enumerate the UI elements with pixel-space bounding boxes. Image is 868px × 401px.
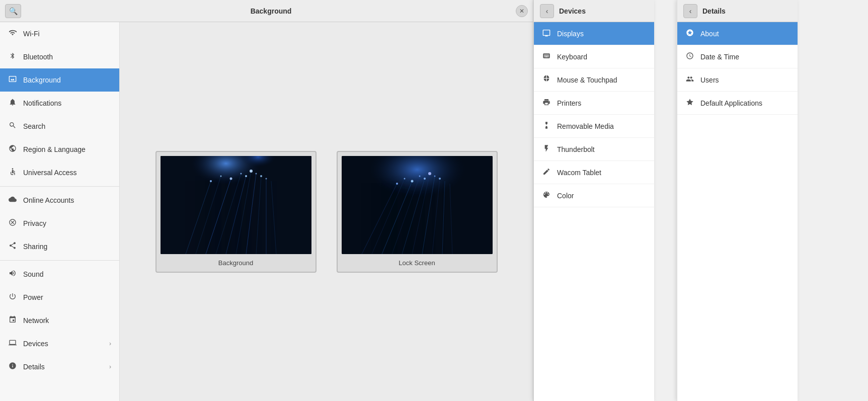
svg-point-16 <box>210 180 212 182</box>
sidebar-separator-2 <box>0 260 119 261</box>
removable-icon <box>542 121 551 131</box>
devices-back-button[interactable]: ‹ <box>540 4 554 18</box>
sidebar-label-search: Search <box>23 122 45 130</box>
svg-point-43 <box>434 175 435 177</box>
color-icon <box>542 191 551 201</box>
bg-image <box>161 156 311 254</box>
svg-marker-45 <box>686 99 693 105</box>
devices-panel-item-removable[interactable]: Removable Media <box>534 115 654 138</box>
devices-panel-item-color[interactable]: Color <box>534 184 654 207</box>
sidebar-item-power[interactable]: Power <box>0 286 119 309</box>
sidebar-label-sharing: Sharing <box>23 243 47 251</box>
sidebar-item-network[interactable]: Network <box>0 309 119 332</box>
details-panel-item-datetime[interactable]: Date & Time <box>677 45 798 68</box>
sidebar-item-privacy[interactable]: Privacy <box>0 212 119 235</box>
mouse-label: Mouse & Touchpad <box>557 76 617 84</box>
svg-point-40 <box>419 175 420 177</box>
sidebar-item-sound[interactable]: Sound <box>0 263 119 286</box>
devices-icon <box>8 339 17 349</box>
background-icon <box>8 75 17 85</box>
sidebar-item-region[interactable]: Region & Language <box>0 138 119 161</box>
sidebar-item-sharing[interactable]: Sharing <box>0 235 119 258</box>
sidebar-item-online[interactable]: Online Accounts <box>0 189 119 212</box>
sidebar-item-universal[interactable]: Universal Access <box>0 161 119 184</box>
devices-panel-item-thunderbolt[interactable]: Thunderbolt <box>534 138 654 161</box>
details-panel-item-about[interactable]: About <box>677 22 798 45</box>
sidebar-item-search[interactable]: Search <box>0 115 119 138</box>
svg-point-17 <box>220 175 221 177</box>
online-icon <box>8 195 17 205</box>
background-card-label: Background <box>218 258 253 268</box>
window-body: Wi-Fi Bluetooth Background Notifications <box>0 22 533 401</box>
printers-label: Printers <box>557 99 581 107</box>
sidebar-item-devices[interactable]: Devices › <box>0 332 119 355</box>
about-icon <box>685 29 694 39</box>
sound-icon <box>8 269 17 279</box>
sidebar-label-network: Network <box>23 316 49 325</box>
keyboard-label: Keyboard <box>557 53 587 61</box>
devices-panel-item-displays[interactable]: Displays <box>534 22 654 45</box>
details-panel-item-users[interactable]: Users <box>677 68 798 92</box>
datetime-icon <box>685 52 694 62</box>
lock-screen-thumbnail <box>342 156 493 254</box>
devices-arrow-icon: › <box>109 340 111 347</box>
details-panel: ‹ Details About Date & Time Users D <box>677 0 798 401</box>
svg-point-2 <box>12 168 14 170</box>
notifications-icon <box>8 98 17 108</box>
thunderbolt-icon <box>542 144 551 154</box>
devices-panel: ‹ Devices Displays Keyboard Mouse & Touc… <box>533 0 654 401</box>
main-content: Background <box>120 22 533 401</box>
sidebar-label-online: Online Accounts <box>23 196 74 204</box>
universal-icon <box>8 168 17 178</box>
window-title: Background <box>26 7 516 15</box>
devices-panel-items: Displays Keyboard Mouse & Touchpad Print… <box>534 22 654 401</box>
wifi-icon <box>8 29 17 39</box>
sidebar-label-universal: Universal Access <box>23 169 77 177</box>
svg-point-41 <box>424 178 426 180</box>
sidebar-label-region: Region & Language <box>23 145 86 153</box>
color-label: Color <box>557 192 574 200</box>
devices-panel-item-keyboard[interactable]: Keyboard <box>534 45 654 68</box>
svg-point-42 <box>428 172 431 175</box>
default-apps-label: Default Applications <box>700 99 762 107</box>
search-sidebar-icon <box>8 121 17 131</box>
devices-panel-item-mouse[interactable]: Mouse & Touchpad <box>534 68 654 92</box>
devices-panel-item-wacom[interactable]: Wacom Tablet <box>534 161 654 184</box>
keyboard-icon <box>542 52 551 62</box>
sidebar-item-background[interactable]: Background <box>0 68 119 92</box>
displays-icon <box>542 29 551 39</box>
search-button[interactable]: 🔍 <box>5 4 21 18</box>
details-back-button[interactable]: ‹ <box>683 4 697 18</box>
background-card[interactable]: Background <box>155 151 317 273</box>
sharing-icon <box>8 242 17 252</box>
sidebar-item-notifications[interactable]: Notifications <box>0 92 119 115</box>
lock-screen-card[interactable]: Lock Screen <box>337 151 498 273</box>
details-icon <box>8 362 17 372</box>
sidebar-label-background: Background <box>23 76 61 84</box>
sidebar-item-wifi[interactable]: Wi-Fi <box>0 22 119 45</box>
users-label: Users <box>700 76 719 84</box>
devices-panel-title: Devices <box>559 7 586 15</box>
removable-label: Removable Media <box>557 122 614 130</box>
sidebar-label-sound: Sound <box>23 270 43 278</box>
svg-point-38 <box>404 178 405 179</box>
svg-point-20 <box>245 175 247 177</box>
printers-icon <box>542 98 551 108</box>
mouse-icon <box>542 75 551 85</box>
devices-panel-item-printers[interactable]: Printers <box>534 92 654 115</box>
svg-point-19 <box>240 173 242 174</box>
close-button[interactable]: ✕ <box>516 5 528 17</box>
sidebar-label-wifi: Wi-Fi <box>23 30 40 38</box>
thunderbolt-label: Thunderbolt <box>557 145 595 153</box>
details-panel-items: About Date & Time Users Default Applicat… <box>677 22 798 401</box>
power-icon <box>8 292 17 302</box>
sidebar-item-details[interactable]: Details › <box>0 355 119 378</box>
details-panel-title: Details <box>702 7 726 15</box>
sidebar-label-details: Details <box>23 363 45 371</box>
details-arrow-icon: › <box>109 363 111 370</box>
details-panel-item-default-apps[interactable]: Default Applications <box>677 92 798 115</box>
displays-label: Displays <box>557 30 584 38</box>
svg-point-21 <box>250 170 253 173</box>
sidebar-label-power: Power <box>23 293 43 301</box>
sidebar-item-bluetooth[interactable]: Bluetooth <box>0 45 119 68</box>
